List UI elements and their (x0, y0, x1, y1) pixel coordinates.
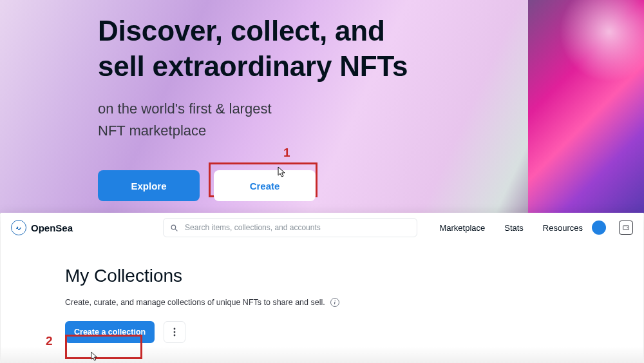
nav-stats[interactable]: Stats (504, 223, 524, 233)
page-description: Create, curate, and manage collections o… (65, 298, 643, 307)
svg-point-4 (174, 328, 176, 330)
wallet-icon (622, 224, 630, 231)
create-button[interactable]: Create (214, 170, 316, 201)
wallet-button[interactable] (619, 221, 633, 235)
navbar: OpenSea Marketplace Stats Resources (1, 213, 643, 242)
kebab-icon (173, 328, 176, 337)
page-title: My Collections (65, 266, 643, 286)
brand-name: OpenSea (31, 222, 73, 233)
user-avatar[interactable] (592, 221, 606, 235)
search-input[interactable] (185, 223, 410, 232)
hero-subtitle: on the world's first & largest NFT marke… (98, 98, 644, 142)
create-collection-button[interactable]: Create a collection (65, 321, 155, 343)
svg-line-1 (175, 229, 177, 231)
nav-resources[interactable]: Resources (543, 223, 583, 233)
annotation-number-2: 2 (46, 334, 53, 348)
svg-point-5 (174, 331, 176, 333)
nav-marketplace[interactable]: Marketplace (439, 223, 485, 233)
more-options-button[interactable] (164, 321, 185, 343)
explore-button[interactable]: Explore (98, 170, 200, 201)
info-icon[interactable]: i (330, 298, 339, 307)
brand-logo[interactable]: OpenSea (11, 220, 73, 235)
annotation-number-1: 1 (283, 146, 290, 160)
app-window: OpenSea Marketplace Stats Resources (1, 213, 643, 363)
search-icon (170, 224, 178, 232)
svg-point-3 (627, 228, 628, 228)
svg-rect-2 (623, 226, 629, 230)
cursor-icon (278, 166, 287, 178)
opensea-logo-icon (11, 220, 26, 235)
hero-banner: Discover, collect, and sell extraordinar… (0, 0, 644, 213)
hero-title: Discover, collect, and sell extraordinar… (98, 13, 644, 84)
search-bar[interactable] (163, 218, 417, 237)
my-collections-page: My Collections Create, curate, and manag… (1, 242, 643, 343)
cursor-icon (91, 351, 99, 362)
svg-point-6 (174, 335, 176, 337)
svg-point-0 (171, 225, 176, 230)
